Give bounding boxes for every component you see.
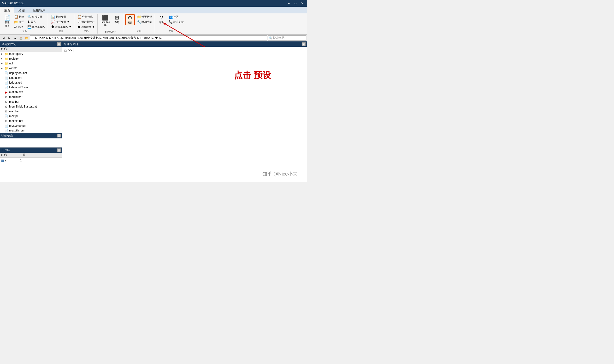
minimize-button[interactable]: – [286, 1, 292, 6]
save-workspace-button[interactable]: 💾 保存工作区 [26, 25, 46, 29]
close-button[interactable]: ✕ [299, 1, 305, 6]
new-script-button[interactable]: 📄 新建脚本 [2, 14, 12, 28]
forward-button[interactable]: ► [7, 35, 12, 41]
address-part-5: MATLAB R2015b免安装包 [103, 36, 137, 40]
cursor [73, 48, 73, 52]
workspace-content: ▦ a 1 [0, 157, 62, 182]
list-item[interactable]: 📄 lcdata_utf8.xml [0, 85, 62, 90]
address-bar[interactable]: D: ▶ Tools ▶ MATLAB ▶ MATLAB R2015B免安装包 … [30, 35, 267, 41]
compare-icon: ⚖ [14, 25, 17, 29]
clear-cmd-icon: ✖ [77, 25, 80, 29]
file-panel-collapse[interactable]: ▲ [57, 42, 61, 46]
xml-icon: 📄 [4, 86, 8, 89]
analyze-icon: 📋 [77, 15, 82, 19]
new-button[interactable]: 📋 新建 [13, 14, 25, 19]
ribbon-group-resources: ? 帮助 👥 社区 📞 请求支持 资源 [155, 14, 186, 34]
new-variable-button[interactable]: 📊 新建变量 [50, 14, 73, 19]
list-item[interactable]: 📄 deploytool.bat [0, 71, 62, 76]
analyze-code-button[interactable]: 📋 分析代码 [76, 14, 96, 19]
list-item[interactable]: 📄 mex.pl [0, 114, 62, 118]
open-label: 打开 [19, 20, 24, 24]
up-button[interactable]: ▲ [13, 35, 18, 41]
tab-home[interactable]: 主页 [0, 7, 14, 13]
open-variable-button[interactable]: 📈 打开变量 ▼ [50, 19, 73, 24]
list-item[interactable]: ▶ 📁 win32 [0, 66, 62, 71]
file-browser-panel: 当前文件夹 ▲ 名称 - ▶ 📁 m3iregistry ▶ 📁 regist [0, 41, 62, 133]
clear-workspace-button[interactable]: 🗑 清除工作区 ▼ [50, 25, 73, 29]
cmd-window-title: 命令行窗口 [64, 42, 78, 46]
new-label: 新建 [19, 15, 24, 19]
details-collapse[interactable]: ▲ [57, 134, 61, 137]
list-item[interactable]: ⚙ mcc.bat [0, 99, 62, 104]
open-button[interactable]: 📂 打开 [13, 19, 25, 24]
file-item-name: lcdata.xsd [9, 81, 22, 84]
maximize-button[interactable]: □ [293, 1, 298, 6]
tab-plot[interactable]: 绘图 [14, 7, 29, 13]
file-item-name: lcdata_utf8.xml [9, 86, 28, 89]
request-support-button[interactable]: 📞 请求支持 [167, 19, 185, 24]
import-label: 导入 [31, 20, 36, 24]
addons-button[interactable]: 🔧 附加功能 [136, 19, 153, 24]
list-item[interactable]: ▶ matlab.exe [0, 90, 62, 95]
file-item-name: mcc.bat [9, 100, 19, 104]
details-panel: 详细信息 ▲ [0, 133, 62, 147]
ribbon-group-variable-content: 📊 新建变量 📈 打开变量 ▼ 🗑 清除工作区 ▼ [50, 14, 73, 29]
ribbon-group-resources-content: ? 帮助 👥 社区 📞 请求支持 [157, 14, 185, 29]
clear-cmd-label: 清除命令 ▼ [81, 25, 95, 29]
env-col-buttons: 📁 设置路径 🔧 附加功能 [136, 14, 153, 24]
simulink-button[interactable]: ⬛ Simulink库 [99, 14, 111, 27]
list-item[interactable]: ⚙ MemShieldStarter.bat [0, 104, 62, 109]
command-prompt[interactable]: fx >> [64, 48, 305, 52]
workspace-column-header: 名称 - 值 [0, 153, 62, 157]
workspace-collapse[interactable]: ▲ [57, 148, 61, 152]
bat-icon: ⚙ [4, 119, 8, 123]
compare-button[interactable]: ⚖ 比较 [13, 25, 25, 29]
xml-icon: 📄 [4, 76, 8, 80]
browse-folder-button[interactable]: 📂 [24, 35, 29, 41]
list-item[interactable]: ⚙ mexext.bat [0, 118, 62, 123]
preferences-button[interactable]: ⚙ 预设 [125, 14, 135, 25]
file-item-name: m3iregistry [9, 52, 23, 56]
set-path-button[interactable]: 📁 设置路径 [136, 14, 153, 19]
address-part-6: R2015b [140, 36, 150, 40]
file-col-name: 名称 - [1, 47, 8, 51]
addons-icon: 🔧 [137, 20, 141, 24]
help-button[interactable]: ? 帮助 [157, 14, 167, 25]
compare-label: 比较 [18, 25, 23, 29]
list-item[interactable]: 📄 mexsetup.pm [0, 123, 62, 128]
list-item[interactable]: ▶ 📁 m3iregistry [0, 52, 62, 56]
import-data-button[interactable]: ⬇ 导入 [26, 19, 46, 24]
list-item[interactable]: ⚙ mex.bat [0, 109, 62, 114]
file-item-name: mbuild.bat [9, 95, 22, 99]
list-item[interactable]: 📄 mexutils.pm [0, 128, 62, 133]
details-panel-title: 详细信息 [1, 134, 13, 138]
list-item[interactable]: ▶ 📁 util [0, 61, 62, 66]
file-item-name: mexsetup.pm [9, 124, 26, 127]
search-docs-box[interactable]: 🔍 搜索文档 [268, 35, 306, 41]
list-item[interactable]: ⚙ mbuild.bat [0, 95, 62, 99]
file-list-container: ▶ 📁 m3iregistry ▶ 📁 registry ▶ 📁 util [0, 52, 62, 133]
workspace-row[interactable]: ▦ a 1 [1, 158, 61, 163]
community-button[interactable]: 👥 社区 [167, 14, 185, 19]
list-item[interactable]: 📄 lcdata.xsd [0, 80, 62, 85]
cmd-collapse[interactable]: ▲ [302, 42, 306, 46]
layout-button[interactable]: ⊞ 布局 [112, 14, 122, 25]
list-item[interactable]: ▶ 📁 registry [0, 56, 62, 61]
toolbar: ◄ ► ▲ 🏠 📂 D: ▶ Tools ▶ MATLAB ▶ MATLAB R… [0, 35, 307, 41]
save-icon: 💾 [27, 25, 31, 29]
run-timer-button[interactable]: ⏱ 运行并计时 [76, 19, 96, 24]
set-path-label: 设置路径 [141, 15, 152, 19]
tab-apps[interactable]: 应用程序 [29, 7, 49, 13]
window-controls: – □ ✕ [286, 1, 305, 6]
pl-icon: 📄 [4, 115, 8, 118]
back-button[interactable]: ◄ [1, 35, 6, 41]
command-window-content[interactable]: fx >> [62, 47, 307, 182]
list-item[interactable]: 📄 lcdata.xml [0, 76, 62, 80]
clear-cmd-button[interactable]: ✖ 清除命令 ▼ [76, 25, 96, 29]
workspace-panel-header: 工作区 ▲ [0, 147, 62, 153]
home-folder-button[interactable]: 🏠 [18, 35, 24, 41]
timer-label: 运行并计时 [81, 20, 95, 24]
new-script-icon: 📄 [4, 15, 11, 20]
main-layout: 当前文件夹 ▲ 名称 - ▶ 📁 m3iregistry ▶ 📁 regist [0, 41, 307, 182]
find-files-button[interactable]: 🔍 查找文件 [26, 14, 46, 19]
